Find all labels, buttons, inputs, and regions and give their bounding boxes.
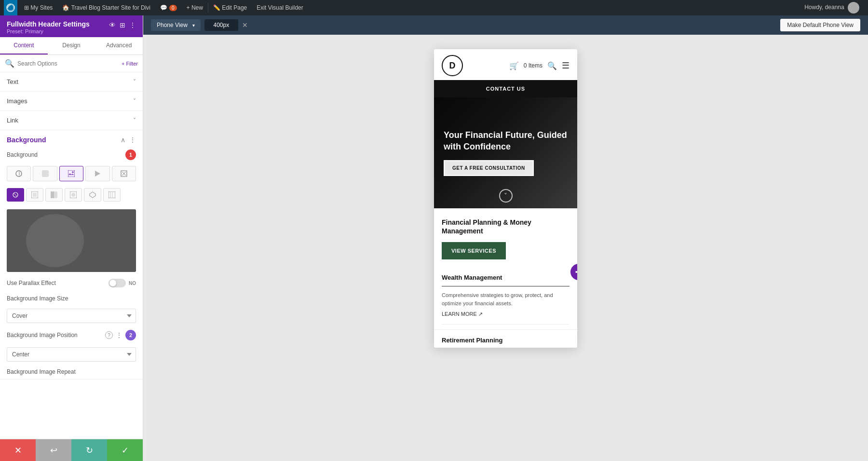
parallax-label: Use Parallax Effect [7, 280, 56, 286]
svg-point-4 [72, 171, 74, 173]
canvas-area: D 🛒 0 Items 🔍 ☰ CONTACT US Your Financia… [143, 35, 868, 461]
background-more-icon[interactable]: ⋮ [129, 136, 136, 144]
new-menu[interactable]: + New [182, 0, 208, 15]
undo-button[interactable]: ↩ [36, 439, 71, 461]
retirement-planning-title: Retirement Planning [442, 337, 570, 344]
tab-design[interactable]: Design [48, 37, 95, 54]
background-badge-1[interactable]: 1 [125, 149, 136, 160]
background-chevron-up-icon[interactable]: ∧ [121, 136, 125, 144]
link-accordion-header[interactable]: Link ˅ [0, 111, 143, 130]
images-section: Images ˅ [0, 92, 143, 111]
panel-body: Text ˅ Images ˅ Link ˅ [0, 72, 143, 439]
text-accordion-header[interactable]: Text ˅ [0, 72, 143, 91]
make-default-button[interactable]: Make Default Phone View [780, 19, 860, 31]
view-selector-dropdown[interactable]: Phone View ▾ [151, 19, 201, 31]
bg-image-size-row: Background Image Size [0, 291, 143, 306]
hero-cta-button[interactable]: GET A FREE CONSULTATION [444, 160, 534, 176]
link-chevron-icon: ˅ [133, 117, 136, 124]
bg-image-position-label: Background Image Position [7, 332, 102, 339]
my-sites-menu[interactable]: ⊞ My Sites [19, 0, 57, 15]
admin-bar-right: Howdy, deanna [800, 2, 864, 14]
save-button[interactable]: ✓ [107, 439, 143, 461]
bottom-bar: ✕ ↩ ↻ ✓ [0, 439, 143, 461]
exit-builder-link[interactable]: Exit Visual Builder [252, 0, 308, 15]
howdy-user[interactable]: Howdy, deanna [800, 2, 864, 14]
text-chevron-icon: ˅ [133, 79, 136, 85]
edit-page-link[interactable]: ✏️ Edit Page [208, 0, 252, 15]
bg-image-repeat-label: Background Image Repeat [7, 368, 76, 375]
bg-image-position-more-icon[interactable]: ⋮ [116, 331, 122, 339]
background-image-preview[interactable] [7, 209, 136, 272]
bg-image-position-select-row: Center [0, 344, 143, 365]
panel-visibility-icon[interactable]: 👁 [109, 21, 116, 29]
panel-layout-icon[interactable]: ⊞ [120, 21, 125, 29]
svg-rect-23 [36, 233, 65, 235]
background-badge-2[interactable]: 2 [125, 330, 136, 340]
images-accordion-header[interactable]: Images ˅ [0, 92, 143, 110]
site-name-menu[interactable]: 🏠 Travel Blog Starter Site for Divi [57, 0, 155, 15]
hamburger-menu-icon[interactable]: ☰ [562, 60, 570, 71]
bg-image-size-select-row: Cover [0, 306, 143, 326]
background-label: Background [7, 151, 38, 158]
cancel-button[interactable]: ✕ [0, 439, 36, 461]
bg-image-position-help-icon[interactable]: ? [105, 331, 113, 339]
hero-scroll-chevron-icon[interactable]: ˅ [499, 189, 513, 203]
width-reset-button[interactable]: ✕ [239, 21, 251, 29]
panel-header-text: Fullwidth Header Settings Preset: Primar… [7, 20, 90, 34]
bg-overlay-btn-4[interactable] [65, 188, 82, 202]
svg-rect-19 [7, 209, 136, 271]
link-section: Link ˅ [0, 111, 143, 130]
bg-type-mask-btn[interactable] [112, 166, 136, 181]
parallax-toggle-track[interactable] [108, 279, 126, 287]
panel-more-icon[interactable]: ⋮ [129, 21, 136, 29]
bg-type-image-btn[interactable] [59, 166, 83, 181]
search-nav-icon[interactable]: 🔍 [547, 61, 557, 70]
svg-point-25 [79, 243, 108, 262]
svg-rect-11 [51, 191, 54, 198]
parallax-toggle-thumb [109, 280, 116, 286]
wp-logo-icon[interactable] [4, 0, 17, 15]
bg-type-video-btn[interactable] [85, 166, 109, 181]
text-section: Text ˅ [0, 72, 143, 92]
redo-button[interactable]: ↻ [71, 439, 107, 461]
bg-type-gradient-btn[interactable] [7, 166, 31, 181]
right-area: Phone View ▾ ✕ Make Default Phone View D [143, 15, 868, 461]
tab-content[interactable]: Content [0, 37, 48, 54]
cart-item-count: 0 Items [524, 62, 542, 69]
cart-icon[interactable]: 🛒 [509, 61, 519, 70]
filter-button[interactable]: + Filter [122, 61, 138, 67]
bg-overlay-btn-6[interactable] [103, 188, 121, 202]
bg-overlay-btn-2[interactable] [26, 188, 43, 202]
parallax-toggle-label: NO [129, 281, 136, 286]
background-header-row: Background ∧ ⋮ [0, 130, 143, 148]
wealth-learn-more-link[interactable]: LEARN MORE ↗ [442, 311, 570, 317]
bg-image-position-select[interactable]: Center [7, 347, 136, 362]
wealth-management-title: Wealth Management [442, 274, 570, 281]
parallax-toggle[interactable]: NO [108, 279, 136, 287]
svg-rect-20 [26, 219, 103, 267]
bg-overlay-btn-5[interactable] [84, 188, 101, 202]
background-type-row [0, 164, 143, 186]
search-input[interactable] [17, 60, 119, 67]
svg-rect-22 [36, 228, 74, 230]
svg-rect-21 [31, 223, 98, 261]
hero-title: Your Financial Future, Guided with Confi… [444, 130, 568, 152]
background-image-thumbnail [7, 209, 136, 272]
width-input[interactable] [204, 19, 238, 31]
bg-overlay-btn-1[interactable] [7, 188, 24, 202]
builder-toolbar: Phone View ▾ ✕ Make Default Phone View [143, 15, 868, 35]
bg-type-color-btn[interactable] [33, 166, 57, 181]
comments-menu[interactable]: 💬0 [155, 0, 182, 15]
panel-preset[interactable]: Preset: Primary [7, 28, 90, 34]
bg-image-size-select[interactable]: Cover [7, 309, 136, 323]
contact-us-button[interactable]: CONTACT US [434, 80, 577, 97]
floating-dots-button[interactable]: ••• [570, 264, 577, 280]
tab-advanced[interactable]: Advanced [95, 37, 143, 54]
view-services-button[interactable]: VIEW SERVICES [442, 242, 506, 259]
svg-rect-24 [36, 237, 83, 239]
images-label: Images [7, 97, 27, 105]
main-layout: Fullwidth Header Settings Preset: Primar… [0, 15, 868, 461]
bg-overlay-btn-3[interactable] [45, 188, 63, 202]
background-section: Background ∧ ⋮ Background 1 [0, 130, 143, 380]
background-overlay-row [0, 186, 143, 206]
